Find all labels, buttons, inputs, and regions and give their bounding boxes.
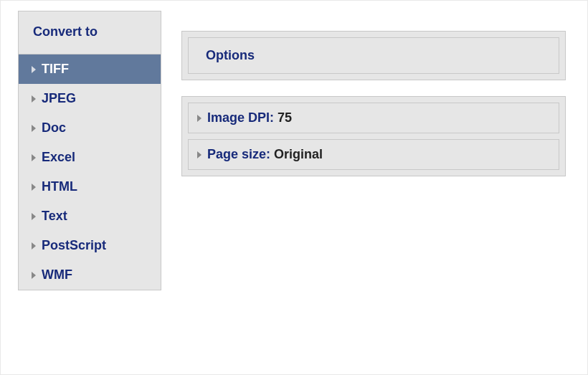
sidebar-item-label: PostScript: [42, 238, 106, 253]
chevron-right-icon: [32, 154, 36, 161]
sidebar-item-label: Text: [42, 209, 67, 224]
option-value: 75: [278, 110, 292, 125]
option-label: Image DPI:: [207, 110, 278, 125]
sidebar-item-label: WMF: [42, 267, 72, 283]
options-list-panel: Image DPI: 75 Page size: Original: [181, 96, 566, 176]
chevron-right-icon: [32, 125, 36, 132]
options-header-inner: Options: [188, 37, 559, 74]
chevron-right-icon: [197, 151, 201, 158]
sidebar-item-label: Doc: [42, 120, 66, 136]
main-panel: Options Image DPI: 75 Page size: Origina…: [181, 11, 570, 176]
convert-to-sidebar: Convert to TIFF JPEG Doc Excel HTML Text…: [18, 11, 161, 290]
app-container: Convert to TIFF JPEG Doc Excel HTML Text…: [18, 11, 570, 290]
options-header-panel: Options: [181, 31, 566, 80]
sidebar-item-label: JPEG: [42, 91, 76, 106]
chevron-right-icon: [32, 95, 36, 103]
chevron-right-icon: [32, 272, 36, 279]
chevron-right-icon: [32, 213, 36, 220]
chevron-right-icon: [32, 66, 36, 73]
option-value: Original: [274, 147, 323, 161]
sidebar-item-label: HTML: [42, 179, 77, 194]
sidebar-item-postscript[interactable]: PostScript: [19, 231, 161, 260]
chevron-right-icon: [32, 242, 36, 250]
sidebar-item-html[interactable]: HTML: [19, 172, 161, 201]
option-label: Page size:: [207, 147, 274, 161]
options-header: Options: [189, 38, 559, 73]
chevron-right-icon: [32, 184, 36, 191]
option-page-size[interactable]: Page size: Original: [188, 139, 559, 170]
sidebar-item-wmf[interactable]: WMF: [19, 260, 161, 290]
option-image-dpi[interactable]: Image DPI: 75: [188, 103, 559, 133]
sidebar-item-tiff[interactable]: TIFF: [19, 54, 161, 84]
sidebar-item-label: TIFF: [42, 62, 69, 77]
sidebar-item-excel[interactable]: Excel: [19, 143, 161, 172]
sidebar-item-doc[interactable]: Doc: [19, 113, 161, 143]
sidebar-header: Convert to: [19, 11, 161, 54]
sidebar-item-text[interactable]: Text: [19, 201, 161, 231]
sidebar-item-label: Excel: [42, 150, 75, 165]
chevron-right-icon: [197, 115, 201, 122]
sidebar-item-jpeg[interactable]: JPEG: [19, 84, 161, 113]
